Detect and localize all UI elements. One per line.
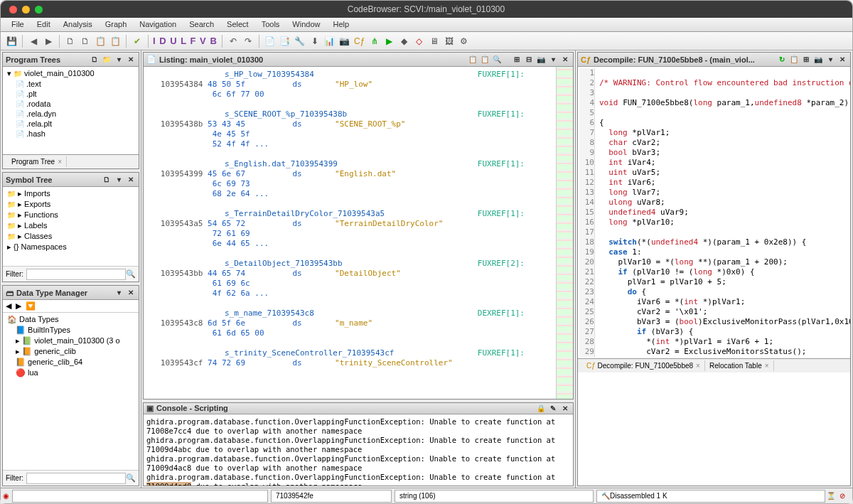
chevron-down-icon[interactable]: ▾: [825, 55, 835, 65]
listing-body[interactable]: s_HP_low_7103954384XREF[1]:FU 103954384 …: [144, 67, 556, 381]
tree-item[interactable]: ▸ 📙 generic_clib: [4, 346, 137, 357]
decompile-body[interactable]: 12/* WARNING: Control flow encountered b…: [578, 67, 850, 358]
close-icon[interactable]: ✕: [126, 55, 136, 65]
refresh-icon[interactable]: ↻: [777, 55, 787, 65]
dtm-icon[interactable]: ◀: [6, 301, 11, 311]
tool-icon[interactable]: 📷: [338, 35, 351, 48]
minimize-window-button[interactable]: [22, 6, 30, 14]
redo-icon[interactable]: ↷: [242, 35, 254, 48]
panel-icon[interactable]: 📋: [480, 55, 490, 65]
symbol-filter-input[interactable]: [26, 269, 126, 280]
menu-analysis[interactable]: Analysis: [57, 18, 99, 31]
tree-item[interactable]: .rodata: [4, 99, 137, 109]
tool-icon[interactable]: ◆: [398, 35, 411, 48]
panel-icon[interactable]: ⊟: [524, 55, 534, 65]
tree-item[interactable]: ▸ Exports: [4, 199, 137, 210]
tool-icon[interactable]: 📄: [264, 35, 277, 48]
check-icon[interactable]: ✔: [131, 35, 144, 48]
tool-icon[interactable]: 🖥: [428, 35, 441, 48]
menu-select[interactable]: Select: [220, 18, 255, 31]
tree-item[interactable]: ▸ {} Namespaces: [4, 242, 137, 252]
undo-icon[interactable]: ↶: [227, 35, 240, 48]
tree-item[interactable]: .plt: [4, 89, 137, 99]
tool-icon[interactable]: 📊: [323, 35, 336, 48]
chevron-down-icon[interactable]: ▾: [114, 55, 124, 65]
menu-window[interactable]: Window: [286, 18, 326, 31]
menu-file[interactable]: File: [5, 18, 31, 31]
statusbar: ◉ 71039542fe string (106) 🔨 Disassembled…: [1, 488, 852, 503]
tree-item[interactable]: ▸ Imports: [4, 188, 137, 199]
close-icon[interactable]: ✕: [560, 55, 570, 65]
tree-item[interactable]: .rela.dyn: [4, 109, 137, 119]
tree-item[interactable]: ▸ Functions: [4, 210, 137, 220]
tool-icon[interactable]: ⬇: [309, 35, 321, 48]
save-icon[interactable]: 💾: [5, 35, 18, 48]
close-icon[interactable]: ✕: [837, 55, 847, 65]
panel-icon[interactable]: 📷: [813, 55, 823, 65]
panel-icon[interactable]: 📁: [102, 55, 112, 65]
tool-icon[interactable]: 🗋: [64, 35, 77, 48]
panel-icon[interactable]: 📷: [536, 55, 546, 65]
chevron-down-icon[interactable]: ▾: [548, 55, 558, 65]
menu-tools[interactable]: Tools: [255, 18, 286, 31]
tool-icon[interactable]: ◇: [413, 35, 426, 48]
chevron-down-icon[interactable]: ▾: [114, 175, 124, 185]
program-tree-tab[interactable]: Program Tree×: [7, 156, 67, 167]
graph-icon[interactable]: ⋔: [368, 35, 381, 48]
back-icon[interactable]: ◀: [27, 35, 40, 48]
forward-icon[interactable]: ▶: [42, 35, 55, 48]
edit-icon[interactable]: ✎: [548, 403, 558, 413]
lock-icon[interactable]: 🔒: [536, 403, 546, 413]
relocation-tab[interactable]: Relocation Table×: [705, 360, 774, 371]
panel-icon[interactable]: 📋: [789, 55, 799, 65]
dtm-filter-input[interactable]: [26, 473, 126, 484]
tree-item[interactable]: .text: [4, 79, 137, 89]
filter-icon[interactable]: 🔍: [126, 473, 136, 483]
tool-icon[interactable]: ⚙: [458, 35, 471, 48]
tool-icon[interactable]: 🔧: [294, 35, 306, 48]
panel-icon[interactable]: 🔍: [492, 55, 502, 65]
panel-icon[interactable]: 📋: [468, 55, 478, 65]
run-icon[interactable]: ▶: [383, 35, 396, 48]
tree-item[interactable]: ▸ 📗 violet_main_010300 (3 o: [4, 336, 137, 346]
console-body[interactable]: ghidra.program.database.function.Overlap…: [144, 414, 573, 486]
close-window-button[interactable]: [9, 6, 17, 14]
tool-icon[interactable]: 🗋: [79, 35, 92, 48]
dtm-icon[interactable]: 🔽: [26, 301, 36, 311]
tool-icon[interactable]: 📋: [109, 35, 122, 48]
menu-edit[interactable]: Edit: [31, 18, 57, 31]
close-icon[interactable]: ✕: [126, 175, 136, 185]
tree-item[interactable]: ▸ Classes: [4, 231, 137, 242]
tool-icon[interactable]: Cƒ: [353, 35, 366, 48]
tree-item[interactable]: .rela.plt: [4, 119, 137, 129]
close-icon[interactable]: ✕: [560, 403, 570, 413]
close-icon[interactable]: ✕: [126, 288, 136, 298]
decompile-tab[interactable]: Cƒ Decompile: FUN_7100e5bbe8×: [582, 360, 705, 371]
hourglass-icon: ⏳: [827, 492, 839, 500]
filter-icon[interactable]: 🔍: [126, 269, 136, 279]
maximize-window-button[interactable]: [35, 6, 43, 14]
tree-root[interactable]: 🏠 Data Types: [4, 314, 137, 325]
stop-icon[interactable]: ⊘: [839, 492, 852, 500]
listing-minimap[interactable]: [556, 67, 573, 399]
panel-icon[interactable]: 🗋: [102, 175, 112, 185]
menu-search[interactable]: Search: [183, 18, 220, 31]
chevron-down-icon[interactable]: ▾: [114, 288, 124, 298]
dtm-icon[interactable]: ▶: [16, 301, 21, 311]
idul-buttons[interactable]: I D U L F V B: [153, 36, 218, 46]
tree-item[interactable]: ▸ Labels: [4, 220, 137, 231]
tree-item[interactable]: 📙 generic_clib_64: [4, 357, 137, 368]
menu-graph[interactable]: Graph: [99, 18, 134, 31]
tree-item[interactable]: 🔴 lua: [4, 368, 137, 378]
panel-icon[interactable]: ⊞: [801, 55, 811, 65]
tool-icon[interactable]: 📋: [94, 35, 107, 48]
menu-navigation[interactable]: Navigation: [133, 18, 183, 31]
tool-icon[interactable]: 🖼: [443, 35, 456, 48]
tree-item[interactable]: 📘 BuiltInTypes: [4, 325, 137, 336]
panel-icon[interactable]: 🗋: [90, 55, 100, 65]
menu-help[interactable]: Help: [326, 18, 355, 31]
panel-icon[interactable]: ⊞: [512, 55, 522, 65]
tree-item[interactable]: .hash: [4, 129, 137, 139]
tree-root[interactable]: ▾ violet_main_010300: [4, 68, 137, 79]
tool-icon[interactable]: 📑: [279, 35, 291, 48]
